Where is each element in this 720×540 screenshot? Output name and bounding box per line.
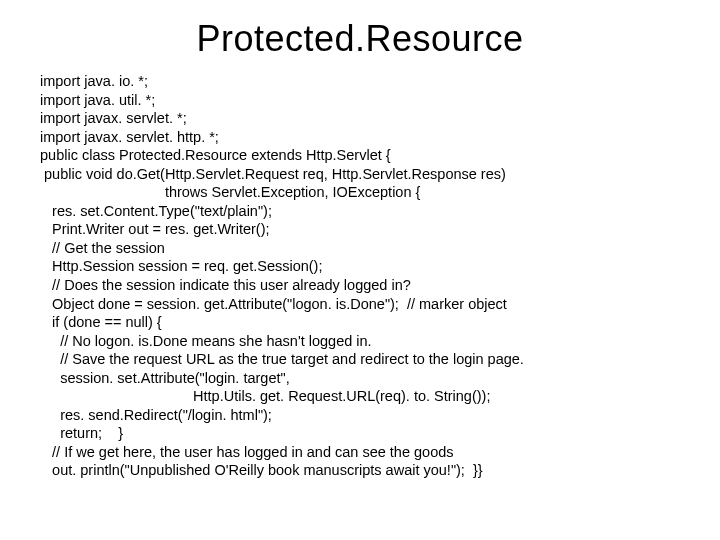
slide-title: Protected.Resource bbox=[40, 18, 680, 60]
slide: Protected.Resource import java. io. *; i… bbox=[0, 0, 720, 540]
code-block: import java. io. *; import java. util. *… bbox=[40, 72, 680, 480]
